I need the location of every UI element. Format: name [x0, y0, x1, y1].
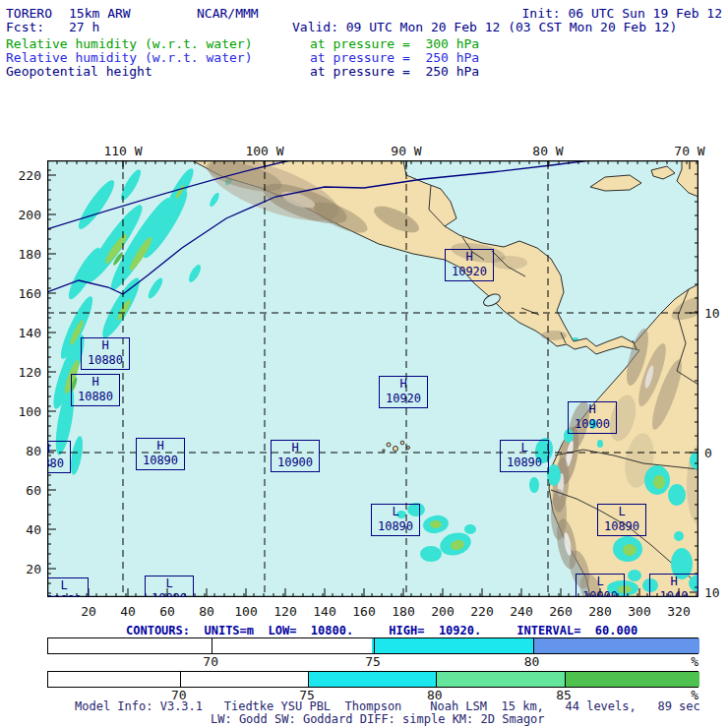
- field-2-level: at pressure = 250 hPa: [310, 50, 479, 65]
- x-axis-label: 320: [667, 604, 690, 619]
- colorbar-tick-label: 70: [203, 654, 218, 669]
- right-lat-label: 10 N: [704, 306, 728, 321]
- top-lon-label: 70 W: [674, 144, 704, 158]
- y-axis-label: 120: [19, 365, 41, 380]
- weather-plot-page: TORERO 15km ARW NCAR/MMM Init: 06 UTC Su…: [0, 0, 728, 728]
- pressure-center-h: H10880: [71, 374, 120, 406]
- x-axis-label: 80: [199, 604, 214, 619]
- pressure-center-l: L10890: [371, 504, 420, 536]
- x-axis-label: 140: [313, 604, 335, 619]
- field-1-name: Relative humidity (w.r.t. water): [6, 36, 252, 51]
- y-axis-label: 20: [26, 562, 41, 576]
- y-axis-label: 140: [19, 326, 41, 340]
- colorbar-300hpa: [47, 671, 698, 688]
- pressure-center-l: L10890: [597, 504, 646, 536]
- right-lat-label: 10 S: [704, 585, 728, 600]
- y-axis-label: 40: [26, 522, 41, 537]
- y-axis-label: 60: [26, 483, 41, 498]
- x-axis-label: 60: [159, 604, 175, 619]
- pressure-center-h: H10900: [271, 440, 320, 472]
- y-axis-label: 80: [26, 444, 41, 458]
- model-name: TORERO: [6, 6, 52, 21]
- fcst-value: 27 h: [69, 20, 99, 34]
- top-lon-label: 110 W: [103, 144, 142, 158]
- field-2-name: Relative humidity (w.r.t. water): [6, 50, 252, 65]
- x-axis-label: 200: [431, 604, 454, 619]
- pressure-center-h: H10880: [47, 441, 71, 473]
- pressure-center-h: H10890: [136, 438, 185, 470]
- field-3-level: at pressure = 250 hPa: [310, 64, 479, 79]
- field-3-name: Geopotential height: [6, 64, 152, 79]
- x-axis-label: 220: [470, 604, 493, 619]
- model-info-line2: LW: Godd SW: Goddard DIFF: simple KM: 2D…: [211, 712, 545, 726]
- colorbar-unit: %: [691, 654, 698, 669]
- model-res: 15km ARW: [69, 6, 131, 21]
- top-lon-label: 80 W: [532, 144, 563, 158]
- pressure-center-h: H1040: [649, 574, 698, 597]
- right-lat-label: 0: [704, 446, 712, 460]
- top-lon-label: 90 W: [391, 144, 421, 158]
- model-org: NCAR/MMM: [197, 6, 259, 21]
- pressure-center-l: L10890: [47, 577, 89, 597]
- field-1-level: at pressure = 300 hPa: [310, 36, 479, 51]
- pressure-center-h: H10920: [379, 376, 428, 408]
- pressure-center-h: H10920: [445, 249, 494, 281]
- fcst-label: Fcst:: [6, 20, 44, 34]
- x-axis-label: 260: [549, 604, 572, 619]
- colorbar-tick-label: 80: [524, 654, 540, 669]
- y-axis-label: 180: [19, 247, 41, 262]
- x-axis-label: 180: [392, 604, 414, 619]
- pressure-centers-layer: H10880H10880H10880H10890H10900H10920H109…: [47, 160, 698, 597]
- colorbar-250hpa: [47, 637, 698, 654]
- colorbar-tick-label: 75: [365, 654, 381, 669]
- pressure-center-h: H10880: [81, 337, 130, 370]
- pressure-center-l: L10900: [576, 574, 625, 597]
- model-info-line1: Model Info: V3.3.1 Tiedtke YSU PBL Thomp…: [75, 699, 700, 713]
- y-axis-label: 200: [19, 208, 41, 222]
- x-axis-label: 120: [273, 604, 296, 619]
- top-lon-label: 100 W: [245, 144, 283, 158]
- pressure-center-l: L10890: [145, 576, 194, 597]
- y-axis-label: 100: [19, 404, 41, 419]
- x-axis-label: 20: [81, 604, 96, 619]
- contour-info-line: CONTOURS: UNITS=m LOW= 10800. HIGH= 1092…: [126, 624, 637, 637]
- x-axis-label: 40: [120, 604, 136, 619]
- x-axis-label: 100: [234, 604, 257, 619]
- x-axis-label: 160: [352, 604, 375, 619]
- x-axis-label: 300: [628, 604, 650, 619]
- init-time: Init: 06 UTC Sun 19 Feb 12: [522, 6, 723, 21]
- x-axis-label: 240: [510, 604, 532, 619]
- x-axis-label: 280: [588, 604, 611, 619]
- pressure-center-l: L10890: [500, 440, 549, 472]
- valid-time: Valid: 09 UTC Mon 20 Feb 12 (03 CST Mon …: [292, 20, 677, 34]
- y-axis-label: 220: [19, 168, 41, 183]
- map-panel: H10880H10880H10880H10890H10900H10920H109…: [47, 160, 698, 597]
- y-axis-label: 160: [19, 286, 41, 301]
- pressure-center-h: H10900: [568, 401, 617, 434]
